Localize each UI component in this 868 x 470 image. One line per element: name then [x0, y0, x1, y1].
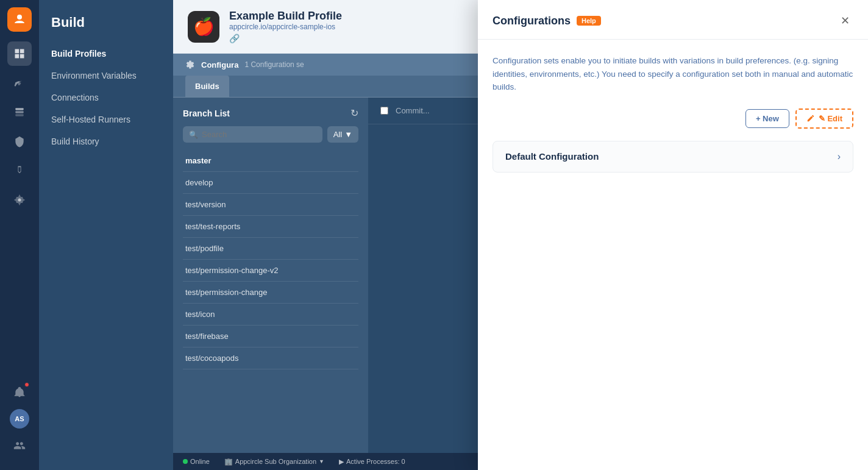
svg-rect-1 [15, 108, 23, 110]
default-configuration-item[interactable]: Default Configuration › [493, 141, 853, 173]
sidebar-item-pipeline[interactable] [7, 71, 32, 95]
branch-item[interactable]: test/podfile [183, 238, 358, 260]
nav-sidebar: Build Build Profiles Environment Variabl… [39, 0, 173, 470]
chevron-right-icon: › [838, 151, 841, 162]
process-icon: ▶ [339, 458, 344, 466]
refresh-icon[interactable]: ↻ [350, 107, 358, 119]
edit-icon [806, 114, 815, 123]
help-badge[interactable]: Help [577, 16, 601, 26]
config-item-name: Default Configuration [505, 151, 599, 162]
sidebar-item-build-profiles[interactable]: Build Profiles [39, 43, 173, 65]
user-avatar[interactable]: AS [10, 409, 29, 429]
branch-list-title: Branch List [183, 109, 230, 118]
sidebar-item-env-variables[interactable]: Environment Variables [39, 65, 173, 87]
profile-url: appcircle.io/appcircle-sample-ios [229, 23, 342, 31]
sidebar-item-settings[interactable] [7, 188, 32, 212]
modal-actions: + New ✎ Edit [493, 109, 853, 129]
chevron-down-icon: ▼ [344, 130, 352, 139]
modal-body: Configuration sets enable you to initiat… [478, 40, 868, 470]
sidebar-item-users[interactable] [7, 433, 32, 458]
main-area: AS Build Build Profiles Environment Vari… [0, 0, 868, 470]
select-all-checkbox[interactable] [380, 107, 388, 115]
icon-sidebar: AS [0, 0, 39, 470]
sidebar-item-test[interactable] [7, 158, 32, 183]
online-dot [183, 459, 188, 464]
org-icon: 🏢 [224, 458, 233, 466]
config-tab-label[interactable]: Configura [201, 60, 238, 69]
svg-point-0 [17, 15, 22, 20]
svg-rect-3 [15, 114, 23, 116]
modal-title: Configurations [493, 15, 571, 27]
sidebar-item-build[interactable] [7, 41, 32, 66]
config-icon [185, 60, 195, 69]
edit-configuration-button[interactable]: ✎ Edit [795, 109, 853, 129]
profile-icon: 🍎 [188, 11, 219, 43]
apple-icon: 🍎 [193, 16, 215, 37]
status-online: Online [183, 458, 210, 465]
profile-icon-small: 🔗 [229, 34, 342, 43]
branch-list: master develop test/version test/test-re… [183, 150, 358, 369]
branch-item[interactable]: test/icon [183, 304, 358, 326]
config-count: 1 Configuration se [244, 60, 304, 69]
app-container: AS Build Build Profiles Environment Vari… [0, 0, 868, 470]
modal-header: Configurations Help ✕ [478, 0, 868, 40]
branch-item[interactable]: test/permission-change-v2 [183, 260, 358, 282]
filter-label: All [333, 130, 342, 139]
branch-item[interactable]: develop [183, 172, 358, 194]
main-content-area: 🍎 Example Build Profile appcircle.io/app… [173, 0, 868, 470]
configurations-modal: Configurations Help ✕ Configuration sets… [478, 0, 868, 470]
new-configuration-button[interactable]: + New [745, 109, 789, 128]
profile-info: Example Build Profile appcircle.io/appci… [229, 10, 342, 43]
profile-name: Example Build Profile [229, 10, 342, 23]
app-logo[interactable] [7, 7, 32, 32]
branch-item[interactable]: master [183, 150, 358, 172]
branch-item[interactable]: test/permission-change [183, 282, 358, 304]
sidebar-item-notification[interactable] [7, 380, 32, 404]
nav-title: Build [39, 10, 173, 43]
branch-search-input[interactable] [202, 130, 316, 139]
branch-search-row: 🔍 All ▼ [183, 126, 358, 143]
sidebar-item-connections[interactable]: Connections [39, 87, 173, 109]
builds-tab[interactable]: Builds [185, 76, 229, 97]
svg-rect-2 [15, 111, 23, 113]
sidebar-item-deploy[interactable] [7, 100, 32, 124]
sidebar-top [7, 7, 32, 375]
status-org: 🏢 Appcircle Sub Organization ▼ [224, 458, 324, 466]
modal-title-row: Configurations Help [493, 15, 601, 27]
status-processes: ▶ Active Processes: 0 [339, 458, 405, 466]
branch-filter-dropdown[interactable]: All ▼ [327, 126, 358, 143]
branch-item[interactable]: test/test-reports [183, 216, 358, 238]
branch-list-panel: Branch List ↻ 🔍 All ▼ [173, 98, 368, 453]
sidebar-item-build-history[interactable]: Build History [39, 130, 173, 152]
search-icon: 🔍 [189, 130, 198, 139]
branch-list-header: Branch List ↻ [183, 107, 358, 119]
sidebar-item-self-hosted[interactable]: Self-Hosted Runners [39, 109, 173, 130]
modal-description: Configuration sets enable you to initiat… [493, 54, 853, 94]
modal-close-button[interactable]: ✕ [836, 12, 853, 29]
branch-search-container: 🔍 [183, 126, 322, 143]
sidebar-item-sign[interactable] [7, 129, 32, 154]
branch-item[interactable]: test/version [183, 194, 358, 216]
commit-column-label: Commit... [396, 106, 430, 115]
sidebar-bottom: AS [7, 380, 32, 463]
chevron-down-icon: ▼ [319, 458, 324, 465]
branch-item[interactable]: test/firebase [183, 326, 358, 347]
branch-item[interactable]: test/cocoapods [183, 347, 358, 369]
